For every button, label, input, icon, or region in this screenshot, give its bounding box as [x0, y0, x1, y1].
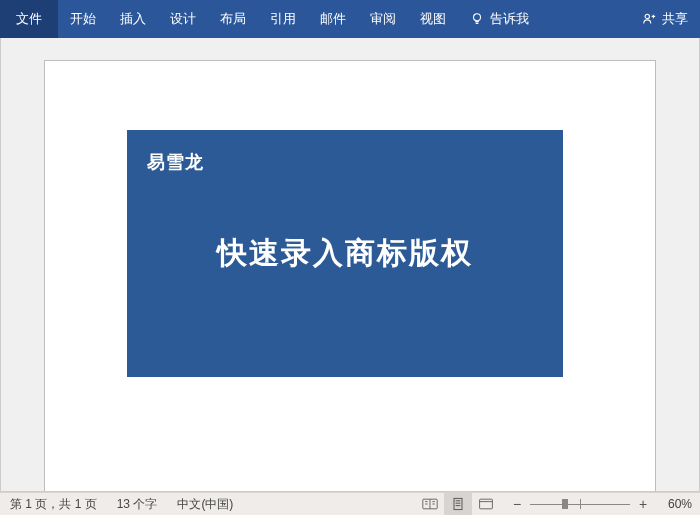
document-area[interactable]: 易雪龙 快速录入商标版权 [0, 38, 700, 492]
tab-file[interactable]: 文件 [0, 0, 58, 38]
headline-text: 快速录入商标版权 [127, 130, 563, 377]
read-mode-icon [422, 497, 438, 511]
page-indicator[interactable]: 第 1 页，共 1 页 [0, 496, 107, 513]
web-layout-icon [478, 497, 494, 511]
tab-mailings[interactable]: 邮件 [308, 0, 358, 38]
ribbon: 文件 开始 插入 设计 布局 引用 邮件 审阅 视图 告诉我 共享 [0, 0, 700, 38]
zoom-slider[interactable] [530, 496, 630, 512]
tab-insert[interactable]: 插入 [108, 0, 158, 38]
view-web-layout-button[interactable] [472, 493, 500, 516]
tab-references[interactable]: 引用 [258, 0, 308, 38]
ribbon-spacer [541, 0, 630, 38]
print-layout-icon [450, 497, 466, 511]
zoom-control: − + [500, 496, 660, 512]
status-bar: 第 1 页，共 1 页 13 个字 中文(中国) − + 60% [0, 492, 700, 515]
view-read-mode-button[interactable] [416, 493, 444, 516]
language-indicator[interactable]: 中文(中国) [167, 496, 243, 513]
tellme-button[interactable]: 告诉我 [458, 0, 541, 38]
svg-rect-3 [454, 498, 462, 509]
tellme-label: 告诉我 [490, 10, 529, 28]
share-label: 共享 [662, 10, 688, 28]
tab-layout[interactable]: 布局 [208, 0, 258, 38]
share-person-icon [642, 12, 656, 26]
svg-point-1 [645, 14, 649, 18]
zoom-in-button[interactable]: + [636, 496, 650, 512]
tab-view[interactable]: 视图 [408, 0, 458, 38]
zoom-slider-thumb[interactable] [562, 499, 568, 509]
page: 易雪龙 快速录入商标版权 [44, 60, 656, 492]
lightbulb-icon [470, 12, 484, 26]
view-print-layout-button[interactable] [444, 493, 472, 516]
word-count[interactable]: 13 个字 [107, 496, 168, 513]
tab-review[interactable]: 审阅 [358, 0, 408, 38]
zoom-out-button[interactable]: − [510, 496, 524, 512]
tab-design[interactable]: 设计 [158, 0, 208, 38]
tab-home[interactable]: 开始 [58, 0, 108, 38]
slide-box: 易雪龙 快速录入商标版权 [127, 130, 563, 377]
zoom-slider-center-tick [580, 499, 581, 509]
share-button[interactable]: 共享 [630, 0, 700, 38]
svg-point-0 [474, 14, 481, 21]
zoom-percentage[interactable]: 60% [660, 497, 700, 511]
svg-rect-4 [480, 499, 493, 509]
